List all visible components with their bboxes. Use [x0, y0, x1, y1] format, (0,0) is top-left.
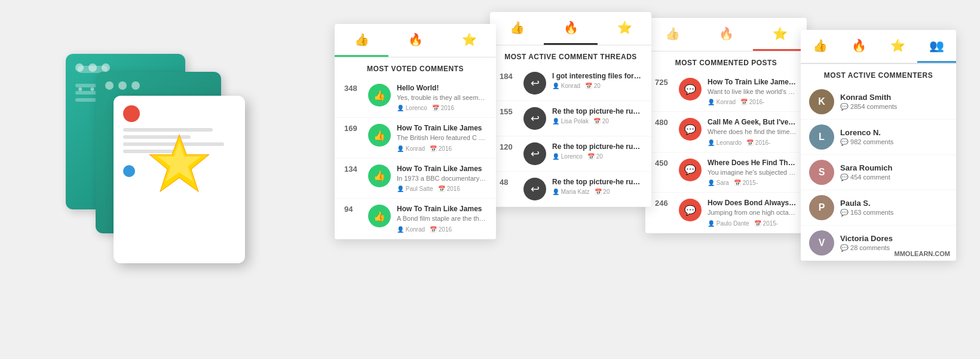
thumbs-up-icon: 👍: [368, 165, 391, 187]
item-meta: 👤 Konrad 📅 2016-: [708, 99, 797, 105]
item-meta: 👤 Sara 📅 2015-: [708, 180, 797, 186]
list-item: 450 💬 Where Does He Find The Ti You imag…: [645, 153, 807, 193]
item-meta: 👤 Konrad 📅 2016: [397, 145, 486, 152]
author: 👤 Konrad: [397, 226, 425, 233]
vote-count: 120: [500, 142, 517, 151]
vote-count: 450: [655, 159, 673, 168]
item-title: How To Train Like James: [397, 205, 486, 213]
item-content: Hello World! Yes, trouble is they all se…: [397, 84, 486, 111]
commenter-count: 454 comment: [840, 174, 892, 181]
panel-2-header: MOST ACTIVE COMMENT THREADS: [490, 45, 651, 66]
reply-icon: ↩: [523, 72, 546, 95]
commenter-count: 982 comments: [840, 138, 893, 146]
tab-star-1[interactable]: ⭐: [442, 24, 496, 57]
author: 👤 Leonardo: [708, 139, 742, 146]
list-item: 48 ↩ Re the top picture-he runs ussies ;…: [490, 172, 651, 207]
commenter-info: Lorenco N. 982 comments: [840, 128, 893, 146]
item-title: How To Train Like James Bo: [708, 78, 797, 86]
item-meta: 👤 Konrad 📅 20: [552, 83, 642, 89]
panels-area: 👍 🔥 ⭐ MOST VOTED COMMENTS 348 👍 Hello Wo…: [335, 12, 956, 261]
list-item: 120 ↩ Re the top picture-he runs ussies …: [490, 136, 651, 172]
blue-dot: [123, 165, 135, 177]
author: 👤 Lisa Polak: [552, 118, 589, 124]
reply-icon: ↩: [523, 142, 546, 165]
thumbs-up-icon: 👍: [368, 124, 391, 147]
tab-fire-2[interactable]: 🔥: [544, 12, 598, 45]
item-title: Re the top picture-he runs ussies ;): [552, 142, 642, 151]
item-meta: 👤 Lorenco 📅 20: [552, 153, 642, 160]
commenter-name: Victoria Dores: [840, 234, 893, 243]
author: 👤 Sara: [708, 180, 729, 186]
date: 📅 2016: [432, 105, 454, 111]
vote-count: 169: [344, 124, 362, 133]
date: 📅 20: [595, 188, 610, 195]
author: 👤 Konrad: [708, 99, 736, 105]
tab-thumbs-up-4[interactable]: 👍: [801, 30, 840, 63]
thumbs-up-icon: 👍: [368, 205, 391, 227]
most-commented-panel: 👍 🔥 ⭐ MOST COMMENTED POSTS 725 💬 How To …: [645, 18, 807, 233]
comment-icon: 💬: [679, 159, 702, 181]
list-item: 184 ↩ I got interesting files for y a lo…: [490, 66, 651, 101]
tab-star-2[interactable]: ⭐: [598, 12, 651, 45]
commenter-item: S Sara Roumich 454 comment: [801, 155, 956, 190]
item-title: Call Me A Geek, But I've Oft: [708, 118, 797, 126]
tab-thumbs-up-3[interactable]: 👍: [645, 18, 699, 51]
date: 📅 2016-: [746, 139, 770, 146]
date: 📅 2015-: [734, 180, 758, 186]
item-title: How To Train Like James: [397, 124, 486, 132]
list-item: 134 👍 How To Train Like James In 1973 a …: [335, 159, 496, 199]
panel-1-header: MOST VOTED COMMENTS: [335, 57, 496, 78]
panel-4-header: MOST ACTIVE COMMENTERS: [801, 64, 956, 84]
author: 👤 Konrad: [397, 145, 425, 152]
list-item: 348 👍 Hello World! Yes, trouble is they …: [335, 78, 496, 118]
item-content: How To Train Like James A Bond film stap…: [397, 205, 486, 232]
tab-fire-3[interactable]: 🔥: [699, 18, 753, 51]
most-active-commenters-panel: 👍 🔥 ⭐ 👥 MOST ACTIVE COMMENTERS K Konrad …: [801, 30, 956, 261]
item-title: I got interesting files for y a look at …: [552, 72, 642, 80]
item-excerpt: The British Hero featured C her Cazenove…: [397, 133, 486, 142]
red-dot: [123, 105, 140, 122]
item-content: Re the top picture-he runs ussies ;) 👤 L…: [552, 142, 642, 160]
tab-thumbs-up[interactable]: 👍: [335, 24, 388, 57]
star-burst-icon: [146, 132, 212, 197]
tab-star-3[interactable]: ⭐: [753, 18, 807, 51]
commenter-info: Victoria Dores 28 comments: [840, 234, 893, 252]
panel-1-tabs: 👍 🔥 ⭐: [335, 24, 496, 57]
tab-thumbs-up-2[interactable]: 👍: [490, 12, 544, 45]
item-title: How To Train Like James: [397, 165, 486, 173]
list-item: 246 💬 How Does Bond Always Ma Jumping fr…: [645, 193, 807, 233]
panel-3-tabs: 👍 🔥 ⭐: [645, 18, 807, 51]
item-excerpt: In 1973 a BBC documentary bus: The Briti…: [397, 174, 486, 183]
author: 👤 Maria Katz: [552, 188, 590, 195]
item-content: How To Train Like James In 1973 a BBC do…: [397, 165, 486, 192]
vote-count: 155: [500, 107, 517, 116]
tab-star-4[interactable]: ⭐: [878, 30, 917, 63]
list-item: 725 💬 How To Train Like James Bo Want to…: [645, 72, 807, 112]
date: 📅 2016: [430, 226, 452, 233]
item-excerpt: Jumping from one high octane ape to the …: [708, 208, 797, 217]
list-item: 155 ↩ Re the top picture-he runs ussies …: [490, 101, 651, 136]
comment-icon: 💬: [679, 78, 702, 101]
avatar: P: [809, 195, 834, 220]
commenter-name: Lorenco N.: [840, 128, 893, 137]
comment-icon: 💬: [679, 199, 702, 221]
vote-count: 348: [344, 84, 362, 93]
commenter-name: Paula S.: [840, 199, 893, 208]
item-excerpt: You imagine he's subjected to of aeropla…: [708, 168, 797, 177]
reply-icon: ↩: [523, 107, 546, 130]
tab-fire-1[interactable]: 🔥: [388, 24, 442, 57]
list-item: 480 💬 Call Me A Geek, But I've Oft Where…: [645, 112, 807, 152]
item-content: How Does Bond Always Ma Jumping from one…: [708, 199, 797, 226]
watermark: MMOLEARN.COM: [895, 250, 951, 257]
commenter-info: Paula S. 163 comments: [840, 199, 893, 217]
tab-fire-4[interactable]: 🔥: [840, 30, 878, 63]
item-content: How To Train Like James Bo Want to live …: [708, 78, 797, 105]
commenter-item: L Lorenco N. 982 comments: [801, 120, 956, 155]
comment-icon: 💬: [679, 118, 702, 141]
date: 📅 2015-: [754, 220, 778, 227]
tab-group-4[interactable]: 👥: [917, 30, 956, 63]
item-content: How To Train Like James The British Hero…: [397, 124, 486, 151]
commenter-count: 163 comments: [840, 209, 893, 217]
date: 📅 2016: [430, 145, 452, 152]
most-voted-panel: 👍 🔥 ⭐ MOST VOTED COMMENTS 348 👍 Hello Wo…: [335, 24, 496, 239]
